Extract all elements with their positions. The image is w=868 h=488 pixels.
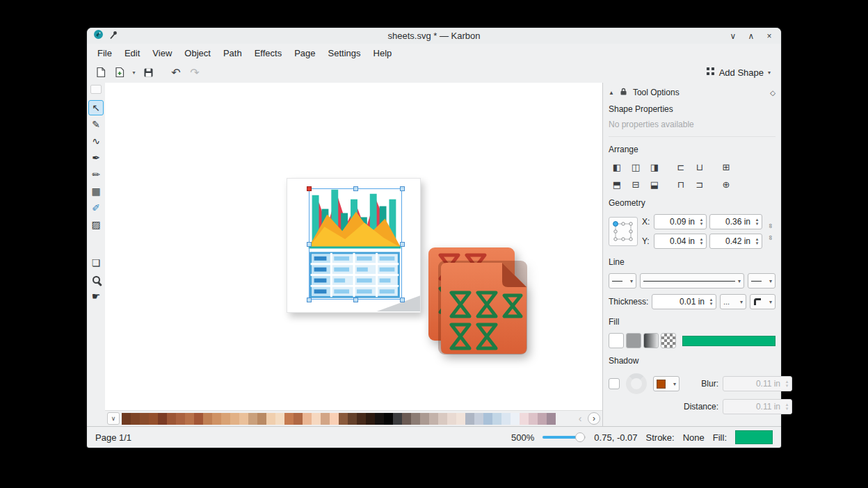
align-top-icon[interactable]: ⬒: [609, 177, 625, 192]
distribute-top-icon[interactable]: ⊓: [673, 177, 689, 192]
shade-window-icon[interactable]: ∨: [728, 31, 739, 42]
shadow-blur-field[interactable]: 0.11 in: [723, 376, 792, 391]
pencil-tool[interactable]: ✏: [88, 167, 104, 182]
maximize-window-icon[interactable]: ∧: [746, 31, 757, 42]
color-swatch[interactable]: [303, 413, 312, 425]
align-right-icon[interactable]: ◨: [646, 160, 663, 174]
color-swatch[interactable]: [465, 413, 474, 425]
collapse-docker-icon[interactable]: ▲: [609, 90, 614, 96]
color-swatch[interactable]: [122, 413, 131, 425]
new-document-button[interactable]: [93, 64, 109, 81]
color-swatch[interactable]: [393, 413, 402, 425]
distribute-left-icon[interactable]: ⊏: [673, 160, 689, 174]
selection-handle[interactable]: [307, 186, 312, 191]
selection-handle[interactable]: [353, 298, 358, 302]
color-swatch[interactable]: [529, 413, 538, 425]
brush-tool[interactable]: ✐: [88, 200, 104, 215]
fill-gradient-button[interactable]: [643, 333, 659, 348]
float-docker-icon[interactable]: ◇: [770, 89, 775, 97]
color-swatch[interactable]: [483, 413, 492, 425]
sheets-document-artwork[interactable]: [428, 247, 527, 355]
position-anchor-widget[interactable]: [609, 217, 638, 246]
menu-item[interactable]: View: [146, 45, 178, 61]
color-swatch[interactable]: [492, 413, 501, 425]
color-swatch[interactable]: [339, 413, 348, 425]
palette-scroll-left-icon[interactable]: ‹: [574, 413, 586, 424]
distribute-horizontal-center-icon[interactable]: ⊔: [691, 160, 708, 174]
color-swatch[interactable]: [203, 413, 212, 425]
menu-item[interactable]: Object: [178, 45, 217, 61]
menu-item[interactable]: Path: [217, 45, 248, 61]
color-swatch[interactable]: [185, 413, 194, 425]
color-swatch[interactable]: [312, 413, 321, 425]
color-swatch[interactable]: [275, 413, 284, 425]
color-swatch[interactable]: [140, 413, 149, 425]
color-swatch[interactable]: [547, 413, 556, 425]
color-swatch[interactable]: [384, 413, 393, 425]
toolbox-handle[interactable]: [90, 85, 102, 94]
line-start-marker-select[interactable]: [609, 273, 636, 288]
color-swatch[interactable]: [284, 413, 294, 425]
fill-solid-button[interactable]: [626, 333, 641, 348]
selection-handle[interactable]: [307, 242, 312, 247]
chart-artwork[interactable]: [287, 178, 421, 313]
lock-docker-icon[interactable]: [619, 87, 628, 98]
link-position-icon[interactable]: ∞: [766, 221, 775, 231]
color-swatch[interactable]: [158, 413, 167, 425]
color-swatch[interactable]: [447, 413, 456, 425]
menu-item[interactable]: Effects: [248, 45, 289, 61]
undo-button[interactable]: ↶: [168, 64, 184, 81]
fill-color-swatch[interactable]: [682, 336, 775, 346]
color-swatch[interactable]: [221, 413, 230, 425]
dash-pattern-select[interactable]: ...: [720, 294, 746, 309]
line-join-select[interactable]: [750, 294, 775, 309]
curve-edit-tool[interactable]: ∿: [88, 133, 104, 149]
shadow-color-select[interactable]: [653, 376, 680, 391]
selection-handle[interactable]: [400, 242, 405, 247]
shadow-angle-wheel[interactable]: [626, 373, 647, 394]
align-bottom-icon[interactable]: ⬓: [646, 177, 663, 192]
callout-shape-tool[interactable]: ❏: [88, 255, 104, 270]
spinner-buttons[interactable]: [697, 215, 706, 229]
align-center-horizontal-icon[interactable]: ◫: [627, 160, 644, 174]
color-swatch[interactable]: [438, 413, 447, 425]
spinner-buttons[interactable]: [753, 234, 762, 248]
palette-scroll-right-icon[interactable]: ›: [588, 412, 600, 425]
open-document-button[interactable]: [111, 64, 128, 81]
statusbar-fill-swatch[interactable]: [735, 430, 773, 444]
save-button[interactable]: [140, 64, 156, 81]
line-end-marker-select[interactable]: [748, 273, 775, 288]
redo-button[interactable]: ↷: [186, 64, 203, 81]
color-swatch[interactable]: [194, 413, 203, 425]
selection-handle[interactable]: [353, 186, 358, 191]
line-style-select[interactable]: [640, 273, 744, 288]
x-position-field[interactable]: 0.09 in: [654, 214, 707, 229]
gradient-tool[interactable]: ▨: [88, 217, 104, 232]
menu-item[interactable]: Edit: [118, 45, 146, 61]
color-swatch[interactable]: [176, 413, 185, 425]
zoom-slider-knob[interactable]: [575, 432, 585, 442]
color-swatch[interactable]: [230, 413, 239, 425]
shadow-distance-field[interactable]: 0.11 in: [723, 399, 792, 414]
calligraphy-tool[interactable]: ✒: [88, 150, 104, 165]
close-window-icon[interactable]: ×: [764, 31, 775, 42]
spinner-buttons[interactable]: [697, 234, 706, 248]
menu-item[interactable]: Page: [288, 45, 321, 61]
menu-item[interactable]: File: [91, 45, 118, 61]
color-swatch[interactable]: [501, 413, 511, 425]
distribute-vertical-center-icon[interactable]: ⊐: [691, 177, 708, 192]
stroke-value[interactable]: None: [683, 432, 705, 443]
color-swatch[interactable]: [366, 413, 375, 425]
color-swatch[interactable]: [420, 413, 429, 425]
zoom-slider[interactable]: [542, 436, 586, 439]
palette-menu-button[interactable]: ∨: [107, 412, 120, 425]
color-swatch[interactable]: [411, 413, 420, 425]
selection-handle[interactable]: [307, 298, 312, 302]
color-swatch[interactable]: [257, 413, 266, 425]
color-swatch[interactable]: [212, 413, 221, 425]
color-swatch[interactable]: [511, 413, 520, 425]
color-swatch[interactable]: [474, 413, 483, 425]
color-swatch[interactable]: [456, 413, 465, 425]
zoom-tool[interactable]: [88, 272, 104, 287]
select-tool[interactable]: ↖: [88, 100, 104, 115]
